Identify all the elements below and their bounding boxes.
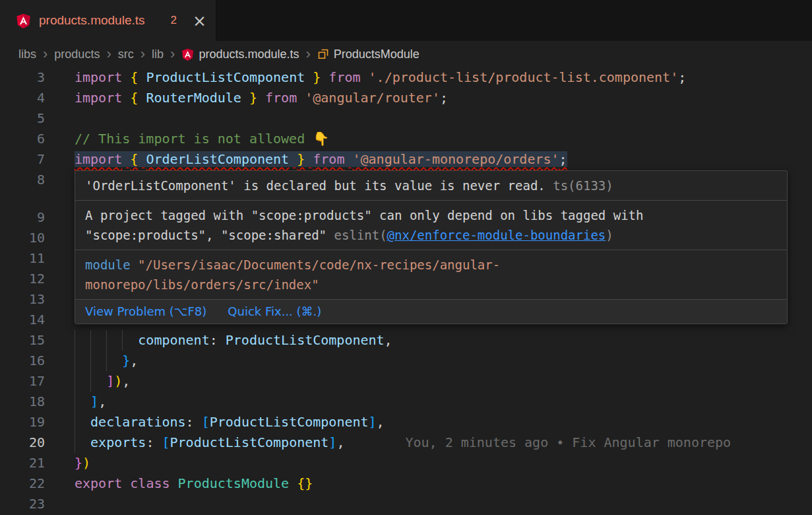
hover-action-bar: View Problem (⌥F8) Quick Fix... (⌘.) (75, 299, 787, 324)
hover-module-info: module "/Users/isaac/Documents/code/nx-r… (75, 250, 787, 299)
code-line[interactable]: 18], (0, 392, 812, 412)
line-number[interactable]: 23 (0, 494, 45, 514)
line-number[interactable]: 4 (0, 88, 45, 108)
class-symbol-icon (317, 48, 329, 60)
code-line[interactable]: 16}, (0, 351, 812, 371)
quick-fix-action[interactable]: Quick Fix... (⌘.) (228, 304, 321, 319)
tab-title: products.module.ts (39, 13, 145, 28)
breadcrumb-item-src[interactable]: src (118, 48, 134, 61)
line-number[interactable]: 5 (0, 108, 45, 129)
indent-guide (75, 392, 90, 412)
line-number[interactable]: 14 (0, 310, 45, 330)
chevron-right-icon: › (170, 47, 175, 61)
breadcrumb-file-label: products.module.ts (199, 48, 299, 61)
code-line[interactable]: 3import { ProductListComponent } from '.… (0, 67, 812, 88)
code-text: }, (75, 351, 138, 371)
indent-guide (75, 412, 90, 432)
line-number[interactable]: 11 (0, 248, 45, 269)
line-number[interactable]: 13 (0, 289, 45, 310)
eslint-source-close: ) (606, 228, 613, 242)
code-line[interactable]: 20exports: [ProductListComponent],You, 2… (0, 432, 812, 453)
indent-guide (106, 330, 122, 351)
eslint-source-open: eslint( (334, 228, 387, 242)
eslint-rule-link[interactable]: @nx/enforce-module-boundaries (387, 228, 606, 242)
code-line[interactable]: 15component: ProductListComponent, (0, 330, 812, 351)
code-text: import { ProductListComponent } from './… (75, 67, 686, 88)
view-problem-action[interactable]: View Problem (⌥F8) (85, 304, 206, 319)
chevron-right-icon: › (42, 47, 48, 61)
tab-problems-badge: 2 (171, 14, 177, 27)
line-number[interactable]: 3 (0, 67, 45, 88)
code-line[interactable]: 17]), (0, 371, 812, 392)
breadcrumb-item-products[interactable]: products (54, 48, 100, 61)
eslint-diagnostic-line2: "scope:products", "scope:shared" (85, 228, 334, 242)
line-number[interactable]: 17 (0, 371, 45, 392)
angular-icon (16, 13, 31, 28)
line-number[interactable]: 21 (0, 453, 45, 473)
breadcrumb: libs › products › src › lib › products.m… (0, 41, 812, 67)
close-icon[interactable]: × (193, 13, 206, 29)
line-number[interactable]: 7 (0, 149, 45, 170)
indent-guide (106, 351, 122, 371)
breadcrumb-item-libs[interactable]: libs (18, 48, 36, 61)
ts-diagnostic-text: 'OrderListComponent' is declared but its… (85, 178, 546, 193)
line-number[interactable]: 16 (0, 351, 45, 371)
code-text: component: ProductListComponent, (75, 330, 392, 351)
eslint-diagnostic-line1: A project tagged with "scope:products" c… (85, 208, 643, 223)
code-line[interactable]: 19declarations: [ProductListComponent], (0, 412, 812, 432)
indent-guide (75, 432, 90, 453)
vscode-window: { "tab": { "title": "products.module.ts"… (0, 0, 812, 515)
line-number[interactable]: 8 (0, 170, 45, 190)
code-line[interactable]: 21}) (0, 453, 812, 473)
indent-guide (75, 351, 90, 371)
code-text: ]), (75, 371, 130, 392)
breadcrumb-item-file[interactable]: products.module.ts (181, 48, 299, 61)
indent-guide (75, 330, 90, 351)
code-line[interactable]: 22export class ProductsModule {} (0, 473, 812, 494)
indent-guide (90, 351, 106, 371)
code-text: export class ProductsModule {} (75, 473, 313, 494)
line-number[interactable]: 9 (0, 207, 45, 228)
code-text: exports: [ProductListComponent],You, 2 m… (75, 432, 731, 453)
tab-products-module[interactable]: products.module.ts 2 × (0, 0, 216, 41)
line-number[interactable]: 15 (0, 330, 45, 351)
code-text: declarations: [ProductListComponent], (75, 412, 385, 432)
ts-diagnostic-source: ts(6133) (553, 178, 613, 193)
code-text: }) (75, 453, 90, 473)
module-path: "/Users/isaac/Documents/code/nx-recipes/… (85, 258, 500, 292)
indent-guide (90, 330, 106, 351)
breadcrumb-item-lib[interactable]: lib (152, 48, 164, 61)
breadcrumb-symbol-label: ProductsModule (334, 48, 420, 61)
code-text: // This import is not allowed 👇 (75, 129, 329, 149)
code-line[interactable]: 23 (0, 494, 812, 514)
angular-icon (181, 48, 194, 61)
code-text: ], (75, 392, 106, 412)
code-line[interactable]: 5 (0, 108, 812, 129)
code-text: import { RouterModule } from '@angular/r… (75, 88, 448, 108)
hover-ts-message: 'OrderListComponent' is declared but its… (75, 171, 787, 200)
line-number[interactable]: 20 (0, 432, 45, 453)
hover-problem-widget: 'OrderListComponent' is declared but its… (75, 170, 788, 324)
code-line[interactable]: 4import { RouterModule } from '@angular/… (0, 88, 812, 108)
line-number[interactable]: 22 (0, 473, 45, 494)
line-number[interactable]: 18 (0, 392, 45, 412)
code-line[interactable]: 6// This import is not allowed 👇 (0, 129, 812, 149)
line-number[interactable]: 10 (0, 228, 45, 248)
code-text: import { OrderListComponent } from '@ang… (75, 149, 567, 170)
line-number[interactable]: 6 (0, 129, 45, 149)
breadcrumb-item-symbol[interactable]: ProductsModule (317, 48, 420, 61)
chevron-right-icon: › (305, 47, 311, 61)
code-line[interactable]: 7import { OrderListComponent } from '@an… (0, 149, 812, 170)
line-number[interactable]: 12 (0, 269, 45, 289)
indent-guide (75, 371, 90, 392)
tab-bar: products.module.ts 2 × (0, 0, 812, 41)
chevron-right-icon: › (140, 47, 146, 61)
line-number[interactable]: 19 (0, 412, 45, 432)
indent-guide (122, 330, 138, 351)
indent-guide (90, 371, 106, 392)
error-squiggle-range: import { OrderListComponent } from '@ang… (75, 151, 567, 167)
module-keyword: module (85, 258, 131, 272)
git-blame-annotation: You, 2 minutes ago • Fix Angular monorep… (405, 434, 731, 450)
chevron-right-icon: › (106, 47, 111, 61)
hover-eslint-message: A project tagged with "scope:products" c… (75, 200, 787, 250)
